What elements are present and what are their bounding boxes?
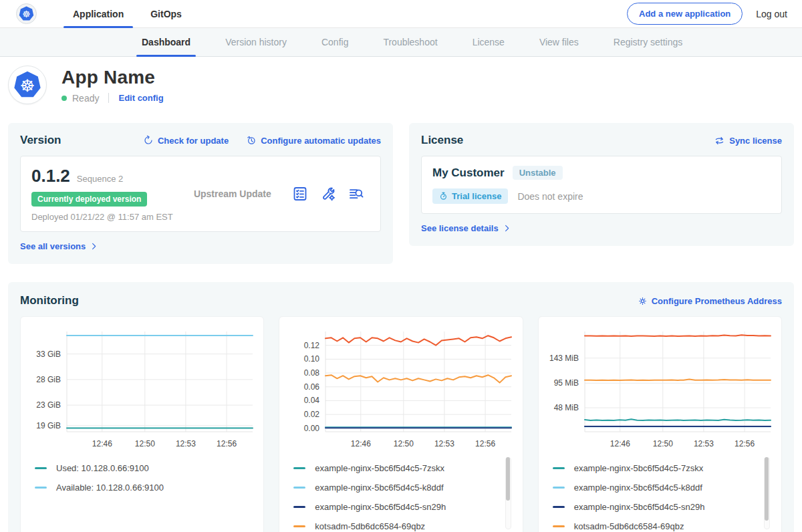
license-type-badge: Trial license <box>432 188 508 204</box>
sync-icon <box>714 135 725 146</box>
subnav-tab-license[interactable]: License <box>455 28 522 56</box>
see-all-versions-link[interactable]: See all versions <box>20 241 98 251</box>
subnav-tab-view-files[interactable]: View files <box>522 28 596 56</box>
legend-color-dash <box>293 467 305 469</box>
kots-admin-console: ☸ Application GitOps Add a new applicati… <box>0 0 802 532</box>
customer-name: My Customer <box>432 166 505 180</box>
legend-color-dash <box>553 525 565 527</box>
subnav-tab-dashboard[interactable]: Dashboard <box>124 28 208 56</box>
nav-tab-application[interactable]: Application <box>59 0 137 27</box>
disk-usage-chart-card: 33 GiB28 GiB23 GiB19 GiB12:4612:5012:531… <box>20 316 264 532</box>
ready-status-dot <box>61 96 67 101</box>
monitoring-title: Monitoring <box>20 294 79 307</box>
cpu-usage-chart-card: 0.120.100.080.060.040.020.0012:4612:5012… <box>279 316 523 532</box>
legend-item: example-nginx-5bc6f5d4c5-k8ddf <box>293 478 499 497</box>
svg-text:23 GiB: 23 GiB <box>36 400 61 410</box>
legend-color-dash <box>553 467 565 469</box>
cpu-usage-legend: example-nginx-5bc6f5d4c5-7zskxexample-ng… <box>285 453 516 532</box>
checklist-icon <box>292 186 308 202</box>
disk-usage-chart: 33 GiB28 GiB23 GiB19 GiB12:4612:5012:531… <box>27 325 257 453</box>
legend-scrollbar-track[interactable] <box>505 457 511 529</box>
nav-tab-gitops[interactable]: GitOps <box>137 0 195 27</box>
see-license-details-link[interactable]: See license details <box>421 223 511 233</box>
subnav-tab-registry-settings[interactable]: Registry settings <box>596 28 700 56</box>
legend-color-dash <box>293 506 305 508</box>
release-notes-button[interactable] <box>292 186 308 202</box>
dashboard-content: Version Check for update Configure autom… <box>0 123 802 532</box>
legend-color-dash <box>35 487 47 489</box>
legend-color-dash <box>553 506 565 508</box>
top-nav-tabs: Application GitOps <box>59 0 195 27</box>
legend-item: Available: 10.128.0.66:9100 <box>35 478 240 497</box>
legend-item: example-nginx-5bc6f5d4c5-7zskx <box>553 458 758 478</box>
legend-item: example-nginx-5bc6f5d4c5-7zskx <box>293 458 499 478</box>
legend-scrollbar-thumb[interactable] <box>765 457 769 521</box>
license-card-title: License <box>421 134 463 147</box>
svg-text:12:53: 12:53 <box>434 439 454 448</box>
svg-text:19 GiB: 19 GiB <box>36 421 61 430</box>
deployed-status-badge: Currently deployed version <box>31 192 147 207</box>
memory-usage-legend: example-nginx-5bc6f5d4c5-7zskxexample-ng… <box>545 453 775 532</box>
sync-license-link[interactable]: Sync license <box>714 135 782 146</box>
legend-label: example-nginx-5bc6f5d4c5-7zskx <box>315 463 444 473</box>
legend-label: kotsadm-5db6dc6584-69qbz <box>574 521 684 531</box>
version-sequence: Sequence 2 <box>77 174 123 184</box>
chevron-right-icon <box>503 224 511 233</box>
version-source: Upstream Update <box>194 188 271 199</box>
memory-usage-chart-card: 143 MiB95 MiB48 MiB12:4612:5012:5312:56 … <box>538 316 782 532</box>
deployed-timestamp: Deployed 01/21/22 @ 11:57 am EST <box>31 212 173 222</box>
legend-label: example-nginx-5bc6f5d4c5-7zskx <box>574 463 704 473</box>
svg-text:0.04: 0.04 <box>304 396 320 405</box>
license-card: License Sync license My Customer Unstabl… <box>409 123 794 246</box>
clock-arrow-icon <box>246 135 257 146</box>
svg-text:143 MiB: 143 MiB <box>549 354 579 363</box>
svg-text:☸: ☸ <box>22 9 30 19</box>
logs-search-icon <box>348 186 364 202</box>
version-card: Version Check for update Configure autom… <box>8 123 393 264</box>
preflight-checks-button[interactable] <box>320 186 336 202</box>
subnav-tab-version-history[interactable]: Version history <box>208 28 304 56</box>
legend-scrollbar-thumb[interactable] <box>506 457 510 501</box>
svg-text:12:46: 12:46 <box>610 439 630 448</box>
legend-scrollbar-track[interactable] <box>764 457 770 529</box>
version-card-title: Version <box>20 134 61 147</box>
svg-text:33 GiB: 33 GiB <box>36 350 61 359</box>
svg-text:12:53: 12:53 <box>694 439 714 448</box>
legend-label: example-nginx-5bc6f5d4c5-sn29h <box>574 502 705 512</box>
add-application-button[interactable]: Add a new application <box>627 3 743 25</box>
app-header: ☸ App Name Ready Edit config <box>0 57 802 118</box>
kubernetes-logo-icon: ☸ <box>16 3 37 24</box>
legend-color-dash <box>293 525 305 527</box>
current-version-panel: 0.1.2 Sequence 2 Currently deployed vers… <box>20 156 381 232</box>
legend-label: example-nginx-5bc6f5d4c5-k8ddf <box>315 483 443 493</box>
wrench-gear-icon <box>320 186 336 202</box>
logout-link[interactable]: Log out <box>756 9 787 19</box>
subnav-tab-troubleshoot[interactable]: Troubleshoot <box>366 28 454 56</box>
svg-text:12:50: 12:50 <box>135 439 155 448</box>
configure-automatic-updates-link[interactable]: Configure automatic updates <box>246 135 381 146</box>
app-status: Ready <box>72 93 99 104</box>
cpu-usage-chart: 0.120.100.080.060.040.020.0012:4612:5012… <box>285 325 516 453</box>
view-deploy-logs-button[interactable] <box>348 186 364 202</box>
svg-text:12:53: 12:53 <box>176 439 196 448</box>
svg-text:28 GiB: 28 GiB <box>36 375 61 384</box>
svg-text:0.12: 0.12 <box>304 341 320 350</box>
svg-text:12:56: 12:56 <box>734 439 755 448</box>
app-avatar: ☸ <box>8 65 47 104</box>
svg-text:12:56: 12:56 <box>217 439 237 448</box>
monitoring-section: Monitoring Configure Prometheus Address … <box>8 282 794 532</box>
legend-item: example-nginx-5bc6f5d4c5-sn29h <box>293 497 499 517</box>
stopwatch-icon <box>439 192 448 201</box>
legend-item: kotsadm-5db6dc6584-69qbz <box>553 517 758 532</box>
svg-text:0.10: 0.10 <box>304 354 320 364</box>
top-nav: ☸ Application GitOps Add a new applicati… <box>0 0 802 28</box>
chevron-right-icon <box>90 242 98 251</box>
license-details-panel: My Customer Unstable Trial license Does … <box>421 156 782 214</box>
legend-item: kotsadm-5db6dc6584-69qbz <box>293 517 499 532</box>
configure-prometheus-link[interactable]: Configure Prometheus Address <box>638 296 782 306</box>
subnav-tab-config[interactable]: Config <box>304 28 366 56</box>
edit-config-link[interactable]: Edit config <box>118 93 163 103</box>
svg-text:0.02: 0.02 <box>304 410 320 419</box>
svg-text:12:46: 12:46 <box>92 439 112 448</box>
check-for-update-link[interactable]: Check for update <box>143 135 229 146</box>
